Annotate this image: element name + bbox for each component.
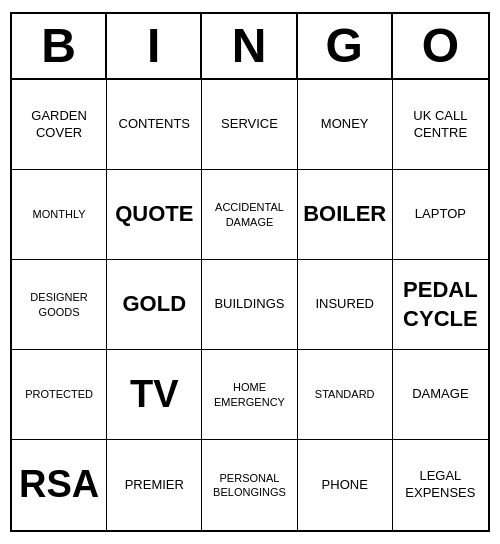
- bingo-cell-2: SERVICE: [202, 80, 297, 170]
- bingo-cell-10: DESIGNER GOODS: [12, 260, 107, 350]
- bingo-cell-0: GARDEN COVER: [12, 80, 107, 170]
- cell-text-24: LEGAL EXPENSES: [397, 468, 484, 502]
- bingo-header: BINGO: [12, 14, 488, 80]
- cell-text-14: PEDAL CYCLE: [397, 276, 484, 333]
- bingo-cell-13: INSURED: [298, 260, 393, 350]
- bingo-cell-20: RSA: [12, 440, 107, 530]
- bingo-card: BINGO GARDEN COVERCONTENTSSERVICEMONEYUK…: [10, 12, 490, 532]
- bingo-cell-4: UK CALL CENTRE: [393, 80, 488, 170]
- cell-text-7: ACCIDENTAL DAMAGE: [206, 200, 292, 229]
- header-letter-g: G: [298, 14, 393, 78]
- cell-text-23: PHONE: [322, 477, 368, 494]
- bingo-cell-19: DAMAGE: [393, 350, 488, 440]
- cell-text-1: CONTENTS: [119, 116, 191, 133]
- bingo-cell-15: PROTECTED: [12, 350, 107, 440]
- cell-text-15: PROTECTED: [25, 387, 93, 401]
- bingo-cell-5: MONTHLY: [12, 170, 107, 260]
- bingo-cell-14: PEDAL CYCLE: [393, 260, 488, 350]
- cell-text-10: DESIGNER GOODS: [16, 290, 102, 319]
- header-letter-i: I: [107, 14, 202, 78]
- cell-text-2: SERVICE: [221, 116, 278, 133]
- cell-text-19: DAMAGE: [412, 386, 468, 403]
- bingo-grid: GARDEN COVERCONTENTSSERVICEMONEYUK CALL …: [12, 80, 488, 530]
- cell-text-20: RSA: [19, 460, 99, 509]
- cell-text-16: TV: [130, 370, 179, 419]
- cell-text-4: UK CALL CENTRE: [397, 108, 484, 142]
- bingo-cell-17: HOME EMERGENCY: [202, 350, 297, 440]
- cell-text-5: MONTHLY: [33, 207, 86, 221]
- cell-text-9: LAPTOP: [415, 206, 466, 223]
- cell-text-8: BOILER: [303, 200, 386, 229]
- bingo-cell-16: TV: [107, 350, 202, 440]
- bingo-cell-22: PERSONAL BELONGINGS: [202, 440, 297, 530]
- cell-text-18: STANDARD: [315, 387, 375, 401]
- cell-text-21: PREMIER: [125, 477, 184, 494]
- bingo-cell-12: BUILDINGS: [202, 260, 297, 350]
- cell-text-3: MONEY: [321, 116, 369, 133]
- bingo-cell-21: PREMIER: [107, 440, 202, 530]
- bingo-cell-1: CONTENTS: [107, 80, 202, 170]
- bingo-cell-11: GOLD: [107, 260, 202, 350]
- bingo-cell-6: QUOTE: [107, 170, 202, 260]
- header-letter-o: O: [393, 14, 488, 78]
- bingo-cell-24: LEGAL EXPENSES: [393, 440, 488, 530]
- bingo-cell-9: LAPTOP: [393, 170, 488, 260]
- header-letter-b: B: [12, 14, 107, 78]
- cell-text-13: INSURED: [315, 296, 374, 313]
- cell-text-17: HOME EMERGENCY: [206, 380, 292, 409]
- cell-text-6: QUOTE: [115, 200, 193, 229]
- bingo-cell-8: BOILER: [298, 170, 393, 260]
- cell-text-12: BUILDINGS: [214, 296, 284, 313]
- bingo-cell-3: MONEY: [298, 80, 393, 170]
- cell-text-22: PERSONAL BELONGINGS: [206, 471, 292, 500]
- header-letter-n: N: [202, 14, 297, 78]
- cell-text-11: GOLD: [123, 290, 187, 319]
- bingo-cell-23: PHONE: [298, 440, 393, 530]
- cell-text-0: GARDEN COVER: [16, 108, 102, 142]
- bingo-cell-18: STANDARD: [298, 350, 393, 440]
- bingo-cell-7: ACCIDENTAL DAMAGE: [202, 170, 297, 260]
